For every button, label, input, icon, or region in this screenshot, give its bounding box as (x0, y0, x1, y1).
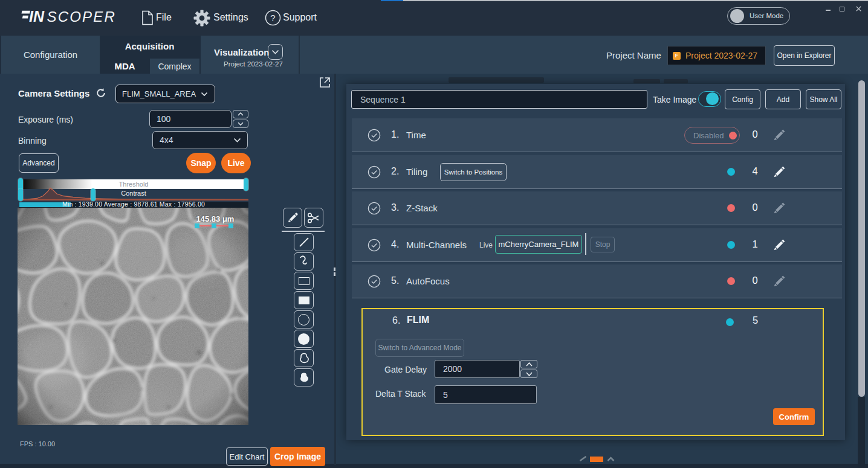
svg-text:?: ? (270, 13, 275, 23)
svg-text:IN: IN (29, 8, 45, 25)
svg-text:SCOPER: SCOPER (47, 8, 117, 25)
